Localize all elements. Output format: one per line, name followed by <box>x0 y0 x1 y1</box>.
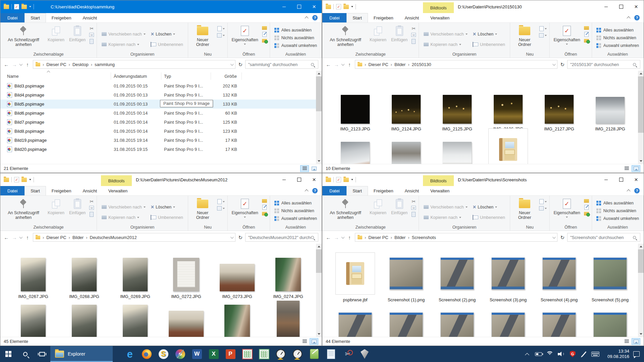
start-button[interactable] <box>0 346 17 362</box>
file-item[interactable]: IMG_2126.JPG <box>483 89 534 132</box>
collapse-ribbon-icon[interactable] <box>627 16 630 20</box>
file-item[interactable] <box>59 304 110 337</box>
copy-button[interactable]: Kopieren <box>367 197 389 216</box>
refresh-icon[interactable]: ↻ <box>560 235 565 240</box>
copy-to-button[interactable]: Kopieren Kopieren nach <box>102 42 145 47</box>
close-button[interactable] <box>629 0 644 13</box>
cut-icon[interactable]: ✂ <box>90 26 94 31</box>
vertical-scrollbar[interactable] <box>316 244 322 337</box>
file-item[interactable] <box>263 304 314 337</box>
table-row[interactable]: Bild6.pspimage01.09.2015 00:14Paint Shop… <box>0 109 316 118</box>
folder-icon[interactable] <box>21 178 27 182</box>
qat-dropdown-icon[interactable] <box>351 6 353 7</box>
file-item[interactable] <box>483 307 534 337</box>
file-item[interactable] <box>432 136 483 164</box>
breadcrumb[interactable]: › Dieser PC › Desktop › sammlung <box>33 60 235 69</box>
select-all-button[interactable]: Alles auswählen <box>274 28 317 33</box>
up-button[interactable]: ↑ <box>25 235 30 240</box>
breadcrumb[interactable]: › Dieser PC › Bilder › 20150130 <box>355 60 557 69</box>
pin-to-quickaccess-button[interactable]: An Schnellzugriff anheften <box>2 197 45 221</box>
maximize-button[interactable] <box>291 0 307 13</box>
select-none-button[interactable]: Nichts auswählen <box>596 36 639 40</box>
search-icon[interactable] <box>633 63 636 66</box>
cut-icon[interactable]: ✂ <box>90 199 94 204</box>
green-media-app-icon[interactable] <box>306 346 323 362</box>
tab-datei[interactable]: Datei <box>0 186 24 195</box>
open-icon[interactable] <box>584 26 589 30</box>
file-item[interactable]: IMG_2124.JPG <box>381 89 432 132</box>
file-item[interactable]: Screenshot (1).png <box>381 252 432 303</box>
open-icon[interactable] <box>584 199 589 203</box>
pin-to-quickaccess-button[interactable]: An Schnellzugriff anheften <box>324 24 367 48</box>
copy-button[interactable]: Kopieren <box>45 197 67 216</box>
folder-icon[interactable] <box>21 5 27 9</box>
file-item[interactable]: IMG_0267.JPG <box>8 257 59 299</box>
scroll-up-icon[interactable] <box>316 71 322 76</box>
action-center-icon[interactable] <box>631 346 642 362</box>
help-icon[interactable]: ? <box>634 188 640 193</box>
move-to-button[interactable]: Verschieben nach <box>102 204 145 210</box>
minimize-button[interactable] <box>598 0 613 13</box>
window-titlebar[interactable]: Bildtools D:\UserDaten\Pictures\Deutsche… <box>0 173 322 186</box>
word-icon[interactable]: W <box>189 346 205 362</box>
properties-button[interactable]: Eigenschaften <box>229 24 260 46</box>
tab-ansicht[interactable]: Ansicht <box>399 186 425 195</box>
details-view-button[interactable] <box>300 338 309 345</box>
back-button[interactable]: ← <box>326 235 331 240</box>
new-folder-button[interactable]: Neuer Ordner <box>190 197 216 221</box>
tab-freigeben[interactable]: Freigeben <box>46 186 77 195</box>
breadcrumb-segment[interactable]: Dieser PC <box>46 235 66 240</box>
file-item[interactable] <box>161 304 212 337</box>
tray-expand-icon[interactable] <box>521 346 533 362</box>
copy-to-button[interactable]: Kopieren Kopieren nach <box>424 42 467 47</box>
minimize-button[interactable] <box>598 173 613 186</box>
refresh-icon[interactable]: ↻ <box>560 62 565 67</box>
folder-icon[interactable] <box>4 5 9 9</box>
file-item[interactable] <box>330 136 381 164</box>
move-to-button[interactable]: Verschieben nach <box>424 32 467 37</box>
search-icon[interactable] <box>311 236 314 239</box>
minimize-button[interactable] <box>276 0 291 13</box>
collapse-ribbon-icon[interactable] <box>627 189 630 193</box>
tab-start[interactable]: Start <box>346 13 368 22</box>
history-icon[interactable] <box>584 39 589 43</box>
recent-locations-icon[interactable] <box>341 235 345 239</box>
battery-icon[interactable] <box>533 346 544 362</box>
tab-ansicht[interactable]: Ansicht <box>399 13 425 22</box>
file-item[interactable]: IMG_0273.JPG <box>212 257 263 299</box>
table-row[interactable]: Bild7.pspimage01.09.2015 00:14Paint Shop… <box>0 118 316 127</box>
collapse-ribbon-icon[interactable] <box>305 189 308 193</box>
snipping-tool-icon[interactable]: ✂ <box>339 346 356 362</box>
column-header-name[interactable]: Name <box>0 72 111 80</box>
copy-button[interactable]: Kopieren <box>367 24 389 43</box>
select-all-button[interactable]: Alles auswählen <box>274 201 317 205</box>
paste-shortcut-icon[interactable] <box>90 212 94 217</box>
file-item[interactable] <box>8 304 59 337</box>
file-item[interactable]: Screenshot (5).png <box>585 252 636 303</box>
table-row[interactable]: Bild20.pspimage31.08.2015 19:15Paint Sho… <box>0 145 316 154</box>
history-icon[interactable] <box>262 212 267 216</box>
selected-item-cell[interactable] <box>488 128 528 164</box>
thumbnail-view-button[interactable] <box>632 165 640 172</box>
firefox-icon[interactable] <box>138 346 155 362</box>
properties-button[interactable]: Eigenschaften <box>229 197 260 219</box>
new-item-button[interactable] <box>539 26 547 31</box>
file-item[interactable] <box>432 307 483 337</box>
rename-button[interactable]: Umbenennen <box>151 215 183 220</box>
quick-access-toolbar[interactable] <box>322 4 356 9</box>
column-header-size[interactable]: Größe <box>211 72 242 80</box>
rename-button[interactable]: Umbenennen <box>473 42 505 47</box>
pin-to-quickaccess-button[interactable]: An Schnellzugriff anheften <box>2 24 45 48</box>
back-button[interactable]: ← <box>4 62 9 67</box>
help-icon[interactable]: ? <box>312 15 318 20</box>
breadcrumb-segment[interactable]: Dieser PC <box>368 62 388 67</box>
select-none-button[interactable]: Nichts auswählen <box>596 208 639 213</box>
tab-ansicht[interactable]: Ansicht <box>77 13 103 22</box>
table-row[interactable]: Bild5.pspimage01.09.2015 00:13133 KBPain… <box>0 100 316 109</box>
copy-path-icon[interactable]: W <box>89 33 94 37</box>
forward-button[interactable]: → <box>12 62 17 67</box>
forward-button[interactable]: → <box>12 235 17 240</box>
invert-selection-button[interactable]: Auswahl umkehren <box>274 216 317 221</box>
tab-start[interactable]: Start <box>24 186 46 195</box>
file-item[interactable] <box>534 307 585 337</box>
